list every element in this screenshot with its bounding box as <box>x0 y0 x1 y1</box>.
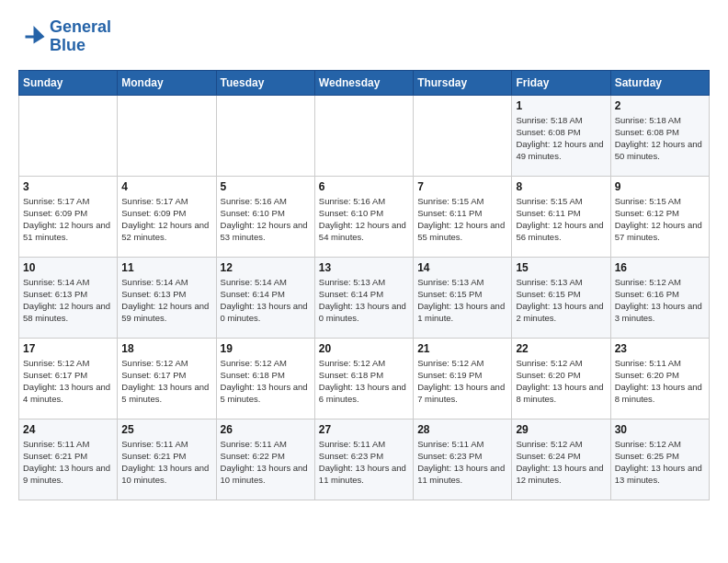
day-number: 18 <box>121 342 211 355</box>
calendar-cell: 21Sunrise: 5:12 AM Sunset: 6:19 PM Dayli… <box>414 338 512 419</box>
cell-info: Sunrise: 5:17 AM Sunset: 6:09 PM Dayligh… <box>121 195 211 244</box>
calendar-cell: 7Sunrise: 5:15 AM Sunset: 6:11 PM Daylig… <box>414 176 512 257</box>
calendar-cell: 8Sunrise: 5:15 AM Sunset: 6:11 PM Daylig… <box>512 176 610 257</box>
day-number: 24 <box>23 423 113 436</box>
day-number: 8 <box>516 180 606 193</box>
calendar-cell: 18Sunrise: 5:12 AM Sunset: 6:17 PM Dayli… <box>118 338 216 419</box>
page-header: General Blue <box>18 18 710 55</box>
cell-info: Sunrise: 5:12 AM Sunset: 6:20 PM Dayligh… <box>516 357 606 406</box>
day-number: 14 <box>417 261 507 274</box>
cell-info: Sunrise: 5:12 AM Sunset: 6:24 PM Dayligh… <box>516 438 606 487</box>
weekday-header-thursday: Thursday <box>414 70 512 95</box>
cell-info: Sunrise: 5:11 AM Sunset: 6:23 PM Dayligh… <box>417 438 507 487</box>
svg-marker-0 <box>26 26 45 44</box>
calendar-cell: 4Sunrise: 5:17 AM Sunset: 6:09 PM Daylig… <box>118 176 216 257</box>
weekday-header-sunday: Sunday <box>19 70 118 95</box>
calendar-cell: 19Sunrise: 5:12 AM Sunset: 6:18 PM Dayli… <box>216 338 314 419</box>
calendar-cell: 15Sunrise: 5:13 AM Sunset: 6:15 PM Dayli… <box>512 257 610 338</box>
cell-info: Sunrise: 5:18 AM Sunset: 6:08 PM Dayligh… <box>615 114 705 163</box>
day-number: 6 <box>319 180 409 193</box>
calendar-cell: 2Sunrise: 5:18 AM Sunset: 6:08 PM Daylig… <box>610 95 709 176</box>
cell-info: Sunrise: 5:17 AM Sunset: 6:09 PM Dayligh… <box>23 195 113 244</box>
day-number: 12 <box>221 261 311 274</box>
logo-text: General Blue <box>50 18 111 55</box>
day-number: 15 <box>516 261 606 274</box>
cell-info: Sunrise: 5:12 AM Sunset: 6:25 PM Dayligh… <box>615 438 705 487</box>
cell-info: Sunrise: 5:14 AM Sunset: 6:13 PM Dayligh… <box>23 276 113 325</box>
cell-info: Sunrise: 5:16 AM Sunset: 6:10 PM Dayligh… <box>221 195 311 244</box>
cell-info: Sunrise: 5:13 AM Sunset: 6:15 PM Dayligh… <box>516 276 606 325</box>
logo-icon <box>18 23 46 51</box>
day-number: 9 <box>615 180 705 193</box>
day-number: 28 <box>417 423 507 436</box>
calendar-cell: 9Sunrise: 5:15 AM Sunset: 6:12 PM Daylig… <box>610 176 709 257</box>
cell-info: Sunrise: 5:18 AM Sunset: 6:08 PM Dayligh… <box>516 114 606 163</box>
calendar-cell: 24Sunrise: 5:11 AM Sunset: 6:21 PM Dayli… <box>19 419 118 500</box>
day-number: 7 <box>417 180 507 193</box>
calendar-cell: 1Sunrise: 5:18 AM Sunset: 6:08 PM Daylig… <box>512 95 610 176</box>
logo: General Blue <box>18 18 111 55</box>
cell-info: Sunrise: 5:11 AM Sunset: 6:20 PM Dayligh… <box>615 357 705 406</box>
calendar-cell: 14Sunrise: 5:13 AM Sunset: 6:15 PM Dayli… <box>414 257 512 338</box>
cell-info: Sunrise: 5:16 AM Sunset: 6:10 PM Dayligh… <box>319 195 409 244</box>
weekday-header-wednesday: Wednesday <box>314 70 413 95</box>
calendar-cell: 28Sunrise: 5:11 AM Sunset: 6:23 PM Dayli… <box>414 419 512 500</box>
day-number: 27 <box>319 423 409 436</box>
cell-info: Sunrise: 5:13 AM Sunset: 6:15 PM Dayligh… <box>417 276 507 325</box>
cell-info: Sunrise: 5:12 AM Sunset: 6:16 PM Dayligh… <box>615 276 705 325</box>
day-number: 21 <box>417 342 507 355</box>
cell-info: Sunrise: 5:11 AM Sunset: 6:21 PM Dayligh… <box>121 438 211 487</box>
calendar-cell: 5Sunrise: 5:16 AM Sunset: 6:10 PM Daylig… <box>216 176 314 257</box>
calendar-cell <box>216 95 314 176</box>
day-number: 13 <box>319 261 409 274</box>
calendar-cell: 12Sunrise: 5:14 AM Sunset: 6:14 PM Dayli… <box>216 257 314 338</box>
weekday-header-saturday: Saturday <box>610 70 709 95</box>
day-number: 1 <box>516 99 606 112</box>
calendar-cell: 13Sunrise: 5:13 AM Sunset: 6:14 PM Dayli… <box>314 257 413 338</box>
calendar-cell: 17Sunrise: 5:12 AM Sunset: 6:17 PM Dayli… <box>19 338 118 419</box>
cell-info: Sunrise: 5:14 AM Sunset: 6:13 PM Dayligh… <box>121 276 211 325</box>
day-number: 5 <box>221 180 311 193</box>
day-number: 16 <box>615 261 705 274</box>
cell-info: Sunrise: 5:11 AM Sunset: 6:22 PM Dayligh… <box>221 438 311 487</box>
calendar-cell: 29Sunrise: 5:12 AM Sunset: 6:24 PM Dayli… <box>512 419 610 500</box>
calendar-cell <box>414 95 512 176</box>
calendar-cell: 30Sunrise: 5:12 AM Sunset: 6:25 PM Dayli… <box>610 419 709 500</box>
cell-info: Sunrise: 5:12 AM Sunset: 6:18 PM Dayligh… <box>221 357 311 406</box>
cell-info: Sunrise: 5:11 AM Sunset: 6:23 PM Dayligh… <box>319 438 409 487</box>
day-number: 29 <box>516 423 606 436</box>
weekday-header-tuesday: Tuesday <box>216 70 314 95</box>
day-number: 2 <box>615 99 705 112</box>
calendar-table: SundayMondayTuesdayWednesdayThursdayFrid… <box>18 70 710 500</box>
day-number: 17 <box>23 342 113 355</box>
calendar-cell <box>19 95 118 176</box>
day-number: 3 <box>23 180 113 193</box>
day-number: 26 <box>221 423 311 436</box>
day-number: 10 <box>23 261 113 274</box>
calendar-cell: 26Sunrise: 5:11 AM Sunset: 6:22 PM Dayli… <box>216 419 314 500</box>
calendar-cell: 3Sunrise: 5:17 AM Sunset: 6:09 PM Daylig… <box>19 176 118 257</box>
cell-info: Sunrise: 5:12 AM Sunset: 6:19 PM Dayligh… <box>417 357 507 406</box>
cell-info: Sunrise: 5:15 AM Sunset: 6:11 PM Dayligh… <box>516 195 606 244</box>
weekday-header-monday: Monday <box>118 70 216 95</box>
calendar-cell: 11Sunrise: 5:14 AM Sunset: 6:13 PM Dayli… <box>118 257 216 338</box>
calendar-cell <box>118 95 216 176</box>
cell-info: Sunrise: 5:15 AM Sunset: 6:12 PM Dayligh… <box>615 195 705 244</box>
weekday-header-friday: Friday <box>512 70 610 95</box>
calendar-cell: 23Sunrise: 5:11 AM Sunset: 6:20 PM Dayli… <box>610 338 709 419</box>
cell-info: Sunrise: 5:11 AM Sunset: 6:21 PM Dayligh… <box>23 438 113 487</box>
cell-info: Sunrise: 5:12 AM Sunset: 6:18 PM Dayligh… <box>319 357 409 406</box>
cell-info: Sunrise: 5:13 AM Sunset: 6:14 PM Dayligh… <box>319 276 409 325</box>
cell-info: Sunrise: 5:14 AM Sunset: 6:14 PM Dayligh… <box>221 276 311 325</box>
cell-info: Sunrise: 5:15 AM Sunset: 6:11 PM Dayligh… <box>417 195 507 244</box>
calendar-cell: 20Sunrise: 5:12 AM Sunset: 6:18 PM Dayli… <box>314 338 413 419</box>
calendar-cell: 6Sunrise: 5:16 AM Sunset: 6:10 PM Daylig… <box>314 176 413 257</box>
cell-info: Sunrise: 5:12 AM Sunset: 6:17 PM Dayligh… <box>121 357 211 406</box>
calendar-cell: 25Sunrise: 5:11 AM Sunset: 6:21 PM Dayli… <box>118 419 216 500</box>
calendar-cell: 27Sunrise: 5:11 AM Sunset: 6:23 PM Dayli… <box>314 419 413 500</box>
day-number: 30 <box>615 423 705 436</box>
day-number: 11 <box>121 261 211 274</box>
day-number: 4 <box>121 180 211 193</box>
calendar-cell <box>314 95 413 176</box>
day-number: 19 <box>221 342 311 355</box>
